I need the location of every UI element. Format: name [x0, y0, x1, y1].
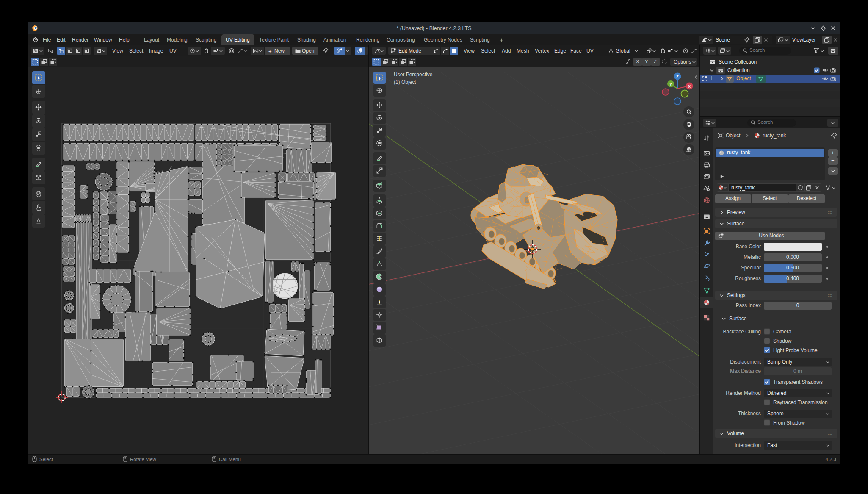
svg-text:X: X — [688, 84, 691, 89]
svg-text:Z: Z — [676, 75, 679, 79]
svg-text:Y: Y — [669, 82, 672, 86]
